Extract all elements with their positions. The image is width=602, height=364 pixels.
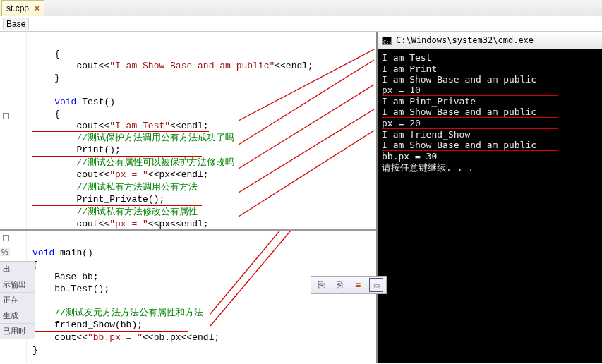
cmd-line: px = 10 [382,85,558,96]
code-line: cout<< [32,61,109,71]
percent-label: % [0,248,10,256]
string-literal: "I am Show Base and am public" [109,61,275,71]
code-editor-bottom[interactable]: - void main() { Base bb; bb.Test(); //测试… [0,231,376,363]
floating-toolbar: ⎘ ⎘ ≡ ▭ [311,276,387,294]
code-line: { [32,109,60,119]
comment: //测试私有方法调用公有方法 [32,182,198,193]
cmd-icon [382,37,392,45]
cmd-line: bb.px = 30 [382,151,558,162]
code-body-top[interactable]: { cout<<"I am Show Base and am public"<<… [27,32,313,229]
list-icon[interactable]: ≡ [351,278,365,292]
code-line: cout<< [32,121,109,131]
code-line: { [32,49,60,59]
side-output-labels: 出 示输出 正在 生成 已用时 [0,261,35,339]
code-line: cout<< [32,219,109,229]
svg-line-1 [239,60,374,145]
breadcrumb-item[interactable]: Base [3,18,29,30]
keyword: void [32,248,54,258]
breadcrumb: Base [0,16,602,32]
keyword: void [54,97,76,107]
code-line [32,97,54,107]
collapse-toggle-icon[interactable]: - [3,235,9,241]
outline-gutter: - [0,32,27,229]
comment: //测试友元方法方法公有属性和方法 [32,308,203,318]
code-line: Print(); [32,144,202,157]
cmd-output: I am Test I am Print I am Show Base and … [378,49,602,176]
code-line: <<endl; [170,121,209,131]
code-line: } [32,73,60,83]
svg-line-4 [239,131,374,217]
window-icon[interactable]: ▭ [369,278,383,292]
code-line: friend_Show(bb); [32,319,188,332]
cmd-line: px = 20 [382,118,558,129]
code-body-bottom[interactable]: void main() { Base bb; bb.Test(); //测试友元… [27,231,219,363]
cmd-line: 请按任意键继续. . . [382,162,598,173]
code-line: <<px<<endl; [148,219,209,229]
code-line: main() [54,248,93,258]
cmd-line: I am friend_Show [382,129,598,140]
code-line: <<px<<endl; [148,169,209,180]
code-line: Base bb; [32,272,99,282]
comment: //测试公有属性可以被保护方法修改吗 [32,157,234,168]
side-label: 正在 [0,293,35,308]
svg-line-5 [210,231,374,314]
code-line: Print_Private(); [32,193,202,206]
side-label: 出 [0,262,35,277]
code-line: } [32,345,38,356]
code-line: <<endl; [275,61,313,71]
file-tab[interactable]: st.cpp × [1,0,44,16]
code-line: bb.Test(); [32,284,109,294]
copy-icon[interactable]: ⎘ [314,278,328,292]
code-line: cout<< [32,169,109,180]
code-editor-top[interactable]: - { cout<<"I am Show Base and am public"… [0,32,376,231]
side-label: 生成 [0,308,35,324]
side-label: 示输出 [0,277,35,293]
side-label: 已用时 [0,324,35,339]
cmd-title-text: C:\Windows\system32\cmd.exe [396,35,534,46]
cmd-line: I am Test [382,52,558,63]
cmd-line: I am Show Base and am public [382,74,598,85]
tab-label: st.cpp [6,4,29,13]
tab-bar: st.cpp × [0,0,602,16]
svg-line-3 [239,109,374,193]
code-line: cout<< [32,332,88,343]
code-line: Test() [76,97,115,107]
svg-line-2 [239,85,374,169]
cmd-line: I am Pint_Private [382,96,598,107]
cmd-line: I am Show Base and am public [382,140,558,151]
cmd-line: I am Show Base and am public [382,107,558,118]
paste-icon[interactable]: ⎘ [332,278,347,292]
code-line: <<bb.px<<endl; [143,332,219,343]
string-literal: "px = " [109,169,148,180]
cmd-window: C:\Windows\system32\cmd.exe I am Test I … [378,32,602,363]
collapse-toggle-icon[interactable]: - [3,113,9,119]
string-literal: "bb.px = " [88,332,143,343]
comment: //测试私有方法修改公有属性 [32,207,198,217]
close-icon[interactable]: × [35,4,40,13]
comment: //测试保护方法调用公有方法成功了吗 [32,133,234,143]
string-literal: "I am Test" [109,121,170,131]
string-literal: "px = " [109,219,148,229]
cmd-line: I am Print [382,63,598,74]
cmd-title-bar[interactable]: C:\Windows\system32\cmd.exe [378,32,602,49]
